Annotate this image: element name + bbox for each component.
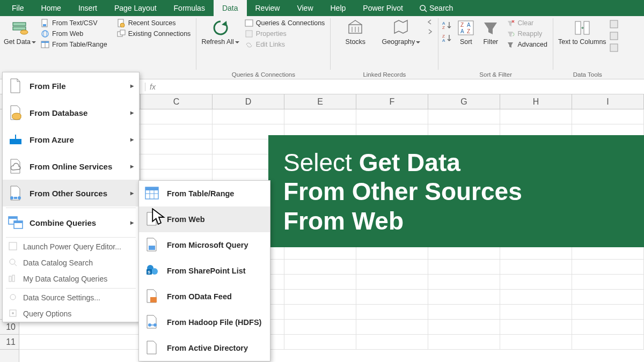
svg-point-56 bbox=[12, 312, 14, 314]
svg-point-64 bbox=[151, 268, 158, 275]
cloud-icon bbox=[7, 158, 24, 175]
menu-from-database[interactable]: From Database▸ bbox=[3, 99, 139, 126]
svg-line-51 bbox=[14, 264, 17, 266]
text-to-columns-button[interactable]: Text to Columns bbox=[557, 17, 608, 69]
other-sources-icon bbox=[7, 184, 24, 202]
sort-asc-button[interactable]: AZ bbox=[442, 20, 452, 30]
file-folder-icon bbox=[7, 77, 24, 94]
sort-icon: ZAAZ bbox=[457, 19, 474, 36]
submenu-label: From OData Feed bbox=[167, 292, 232, 301]
col-I[interactable]: I bbox=[572, 94, 644, 109]
menu-from-other-sources[interactable]: From Other Sources▸ bbox=[3, 180, 139, 206]
data-validation-icon[interactable] bbox=[609, 43, 619, 53]
queries-icon bbox=[245, 19, 253, 27]
web-page-icon bbox=[144, 211, 160, 227]
from-text-csv-button[interactable]: From Text/CSV bbox=[39, 18, 109, 28]
table-icon bbox=[144, 186, 160, 202]
row-11[interactable]: 11 bbox=[0, 335, 19, 350]
remove-duplicates-icon[interactable] bbox=[609, 31, 619, 41]
svg-point-43 bbox=[18, 196, 21, 200]
existing-connections-button[interactable]: Existing Connections bbox=[115, 28, 193, 39]
col-H[interactable]: H bbox=[500, 94, 572, 109]
svg-rect-36 bbox=[610, 32, 618, 40]
submenu-from-active-directory[interactable]: From Active Directory bbox=[139, 335, 270, 361]
geography-button[interactable]: Geography bbox=[377, 17, 425, 69]
submenu-from-odata-feed[interactable]: From OData Feed bbox=[139, 284, 270, 309]
menu-data-source-settings[interactable]: Data Source Settings... bbox=[3, 290, 139, 306]
svg-rect-41 bbox=[16, 135, 21, 139]
msquery-icon bbox=[144, 237, 160, 253]
svg-rect-52 bbox=[9, 276, 11, 282]
sort-button[interactable]: ZAAZ Sort bbox=[453, 17, 478, 69]
submenu-label: From Web bbox=[167, 215, 205, 224]
col-C[interactable]: C bbox=[141, 94, 213, 109]
svg-rect-40 bbox=[10, 135, 15, 139]
combine-icon bbox=[7, 214, 24, 231]
edit-links-button[interactable]: Edit Links bbox=[243, 39, 327, 50]
get-data-icon bbox=[11, 19, 28, 36]
svg-point-13 bbox=[120, 23, 125, 27]
scroll-left-icon[interactable] bbox=[427, 19, 433, 25]
menu-my-data-catalog[interactable]: My Data Catalog Queries bbox=[3, 271, 139, 287]
submenu-from-table-range[interactable]: From Table/Range bbox=[139, 181, 270, 206]
instruction-callout: Select Get Data From Other Sources From … bbox=[268, 135, 644, 247]
tab-home[interactable]: Home bbox=[33, 0, 70, 16]
tab-insert[interactable]: Insert bbox=[70, 0, 106, 16]
svg-text:A: A bbox=[442, 38, 445, 43]
col-G[interactable]: G bbox=[428, 94, 500, 109]
tab-review[interactable]: Review bbox=[247, 0, 289, 16]
tab-file[interactable]: File bbox=[3, 0, 33, 16]
svg-rect-3 bbox=[13, 27, 26, 30]
scroll-right-icon[interactable] bbox=[427, 29, 433, 34]
menu-launch-power-query[interactable]: Launch Power Query Editor... bbox=[3, 239, 139, 255]
submenu-label: From SharePoint List bbox=[167, 267, 246, 275]
database-icon bbox=[7, 104, 24, 121]
tab-power-pivot[interactable]: Power Pivot bbox=[354, 0, 412, 16]
menu-from-azure[interactable]: From Azure▸ bbox=[3, 126, 139, 153]
filter-button[interactable]: Filter bbox=[478, 17, 503, 69]
svg-point-50 bbox=[10, 259, 15, 264]
submenu-from-sharepoint-list[interactable]: S From SharePoint List bbox=[139, 258, 270, 284]
tab-formulas[interactable]: Formulas bbox=[165, 0, 214, 16]
ribbon-search[interactable]: Search bbox=[412, 0, 460, 16]
recent-icon bbox=[117, 19, 126, 27]
from-table-range-button[interactable]: From Table/Range bbox=[39, 39, 109, 50]
search-icon bbox=[419, 4, 427, 12]
svg-text:Z: Z bbox=[467, 28, 470, 34]
menu-combine-queries[interactable]: Combine Queries▸ bbox=[3, 209, 139, 236]
queries-connections-button[interactable]: Queries & Connections bbox=[243, 18, 327, 28]
submenu-from-hadoop-file[interactable]: From Hadoop File (HDFS) bbox=[139, 309, 270, 335]
submenu-label: From Microsoft Query bbox=[167, 241, 248, 249]
submenu-from-web[interactable]: From Web bbox=[139, 206, 270, 232]
geography-icon bbox=[392, 19, 409, 36]
filter-icon bbox=[482, 19, 499, 36]
tab-view[interactable]: View bbox=[288, 0, 321, 16]
menu-data-catalog-search[interactable]: Data Catalog Search bbox=[3, 255, 139, 271]
properties-button[interactable]: Properties bbox=[243, 28, 327, 39]
ad-icon bbox=[144, 340, 160, 356]
svg-rect-34 bbox=[584, 21, 589, 34]
submenu-from-microsoft-query[interactable]: From Microsoft Query bbox=[139, 232, 270, 258]
clear-button[interactable]: Clear bbox=[504, 18, 550, 28]
recent-sources-button[interactable]: Recent Sources bbox=[115, 18, 193, 28]
svg-point-54 bbox=[10, 294, 16, 300]
tab-page-layout[interactable]: Page Layout bbox=[106, 0, 165, 16]
tab-data[interactable]: Data bbox=[214, 0, 247, 16]
col-D[interactable]: D bbox=[213, 94, 284, 109]
tab-help[interactable]: Help bbox=[322, 0, 355, 16]
menu-from-file[interactable]: From File▸ bbox=[3, 72, 139, 99]
reapply-button[interactable]: Reapply bbox=[504, 28, 550, 39]
svg-point-4 bbox=[20, 30, 28, 34]
stocks-button[interactable]: Stocks bbox=[334, 17, 377, 69]
menu-from-online-services[interactable]: From Online Services▸ bbox=[3, 153, 139, 180]
sort-desc-button[interactable]: ZA bbox=[442, 33, 452, 43]
col-E[interactable]: E bbox=[284, 94, 356, 109]
get-data-button[interactable]: Get Data bbox=[2, 17, 38, 69]
advanced-button[interactable]: Advanced bbox=[504, 39, 550, 50]
menu-query-options[interactable]: Query Options bbox=[3, 306, 139, 322]
col-F[interactable]: F bbox=[356, 94, 428, 109]
refresh-all-button[interactable]: Refresh All bbox=[200, 17, 240, 69]
flash-fill-icon[interactable] bbox=[609, 19, 619, 29]
from-web-button[interactable]: From Web bbox=[39, 28, 109, 39]
table-icon bbox=[41, 40, 49, 49]
